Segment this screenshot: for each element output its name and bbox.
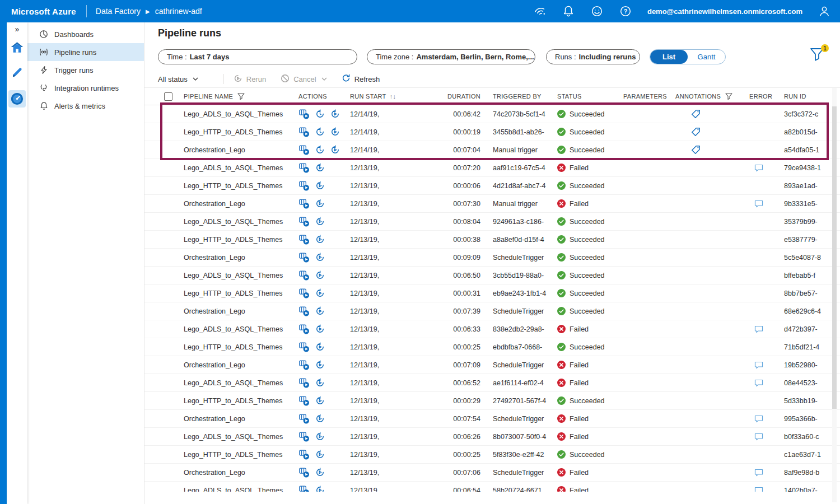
table-row[interactable]: Lego_ADLS_to_ASQL_Themes 12/13/19, 00:06… bbox=[144, 482, 840, 492]
view-activity-runs-icon[interactable] bbox=[298, 342, 310, 352]
table-row[interactable]: Lego_ADLS_to_ASQL_Themes 12/14/19, 00:06… bbox=[144, 105, 840, 123]
error-message-icon[interactable] bbox=[754, 433, 763, 441]
view-activity-runs-icon[interactable] bbox=[298, 217, 310, 227]
rerun-icon[interactable] bbox=[330, 109, 340, 119]
table-row[interactable]: Orchestration_Lego 12/13/19, 00:07:39 Sc… bbox=[144, 302, 840, 320]
rail-home-icon[interactable] bbox=[8, 39, 26, 56]
table-row[interactable]: Lego_HTTP_to_ADLS_Themes 12/13/19, 00:00… bbox=[144, 231, 840, 249]
rerun-icon[interactable] bbox=[315, 306, 325, 316]
pipeline-name-cell[interactable]: Orchestration_Lego bbox=[184, 361, 245, 369]
rerun-icon[interactable] bbox=[315, 288, 325, 298]
breadcrumb-app[interactable]: Data Factory bbox=[96, 7, 141, 16]
rerun-icon[interactable] bbox=[315, 378, 325, 388]
view-activity-runs-icon[interactable] bbox=[298, 270, 310, 281]
error-message-icon[interactable] bbox=[754, 200, 763, 208]
table-row[interactable]: Lego_ADLS_to_ASQL_Themes 12/13/19, 00:07… bbox=[144, 159, 840, 177]
rerun-from-activity-icon[interactable] bbox=[315, 145, 325, 155]
rerun-icon[interactable] bbox=[315, 199, 325, 208]
table-row[interactable]: Lego_HTTP_to_ADLS_Themes 12/13/19, 00:00… bbox=[144, 446, 840, 464]
table-row[interactable]: Lego_HTTP_to_ADLS_Themes 12/13/19, 00:00… bbox=[144, 338, 840, 356]
table-row[interactable]: Lego_HTTP_to_ADLS_Themes 12/13/19, 00:00… bbox=[144, 284, 840, 302]
pipeline-name-cell[interactable]: Lego_HTTP_to_ADLS_Themes bbox=[184, 343, 282, 351]
pipeline-name-cell[interactable]: Lego_ADLS_to_ASQL_Themes bbox=[184, 164, 283, 172]
filter-funnel-icon[interactable]: 1 bbox=[810, 47, 827, 65]
pipeline-name-cell[interactable]: Orchestration_Lego bbox=[184, 146, 245, 154]
pipeline-name-cell[interactable]: Orchestration_Lego bbox=[184, 469, 245, 477]
table-row[interactable]: Lego_HTTP_to_ADLS_Themes 12/13/19, 00:00… bbox=[144, 392, 840, 410]
pipeline-name-cell[interactable]: Lego_ADLS_to_ASQL_Themes bbox=[184, 487, 283, 492]
rerun-icon[interactable] bbox=[315, 468, 325, 477]
table-row[interactable]: Orchestration_Lego 12/13/19, 00:07:09 Sc… bbox=[144, 356, 840, 374]
view-activity-runs-icon[interactable] bbox=[298, 486, 310, 492]
pipeline-name-cell[interactable]: Lego_HTTP_to_ADLS_Themes bbox=[184, 290, 282, 297]
account-person-icon[interactable] bbox=[818, 4, 831, 18]
notifications-bell-icon[interactable] bbox=[562, 4, 575, 18]
view-activity-runs-icon[interactable] bbox=[298, 468, 310, 478]
pipeline-name-cell[interactable]: Lego_HTTP_to_ADLS_Themes bbox=[184, 397, 282, 405]
view-activity-runs-icon[interactable] bbox=[298, 163, 310, 173]
runs-filter-pill[interactable]: Runs :Including reruns bbox=[546, 49, 640, 64]
pipeline-name-cell[interactable]: Lego_HTTP_to_ADLS_Themes bbox=[184, 451, 282, 459]
view-activity-runs-icon[interactable] bbox=[298, 432, 310, 442]
pipeline-name-cell[interactable]: Lego_ADLS_to_ASQL_Themes bbox=[184, 325, 283, 333]
table-row[interactable]: Lego_ADLS_to_ASQL_Themes 12/13/19, 00:06… bbox=[144, 428, 840, 446]
pipeline-name-cell[interactable]: Lego_ADLS_to_ASQL_Themes bbox=[184, 379, 283, 387]
table-row[interactable]: Orchestration_Lego 12/14/19, 00:07:04 Ma… bbox=[144, 141, 840, 159]
expand-rail-chevrons-icon[interactable]: » bbox=[7, 25, 27, 34]
error-message-icon[interactable] bbox=[754, 415, 763, 423]
rerun-button[interactable]: Rerun bbox=[234, 74, 266, 85]
rail-author-pencil-icon[interactable] bbox=[8, 64, 26, 81]
view-activity-runs-icon[interactable] bbox=[298, 378, 310, 388]
rerun-icon[interactable] bbox=[330, 127, 340, 137]
view-activity-runs-icon[interactable] bbox=[298, 199, 310, 209]
sort-arrows-icon[interactable]: ↑↓ bbox=[390, 93, 396, 100]
view-activity-runs-icon[interactable] bbox=[298, 414, 310, 424]
timezone-filter-pill[interactable]: Time zone :Amsterdam, Berlin, Bern, Rome… bbox=[367, 49, 535, 64]
toggle-list[interactable]: List bbox=[650, 50, 688, 64]
table-row[interactable]: Lego_HTTP_to_ADLS_Themes 12/14/19, 00:00… bbox=[144, 123, 840, 141]
status-dropdown[interactable]: All status bbox=[158, 75, 198, 83]
pipeline-name-cell[interactable]: Orchestration_Lego bbox=[184, 415, 245, 423]
rerun-icon[interactable] bbox=[315, 163, 325, 172]
table-row[interactable]: Lego_ADLS_to_ASQL_Themes 12/13/19, 00:06… bbox=[144, 267, 840, 284]
refresh-button[interactable]: Refresh bbox=[342, 74, 380, 85]
pipeline-name-cell[interactable]: Orchestration_Lego bbox=[184, 254, 245, 262]
account-email[interactable]: demo@cathrinewilhelmsen.onmicrosoft.com bbox=[647, 7, 802, 16]
pipeline-name-cell[interactable]: Lego_ADLS_to_ASQL_Themes bbox=[184, 272, 283, 279]
table-row[interactable]: Orchestration_Lego 12/13/19, 00:07:54 Sc… bbox=[144, 410, 840, 428]
rerun-icon[interactable] bbox=[315, 486, 325, 492]
pipeline-name-cell[interactable]: Lego_HTTP_to_ADLS_Themes bbox=[184, 236, 282, 244]
sidebar-item-alerts-metrics[interactable]: Alerts & metrics bbox=[27, 97, 144, 115]
view-activity-runs-icon[interactable] bbox=[298, 109, 310, 119]
error-message-icon[interactable] bbox=[754, 469, 763, 477]
rerun-icon[interactable] bbox=[315, 450, 325, 459]
table-row[interactable]: Lego_ADLS_to_ASQL_Themes 12/13/19, 00:06… bbox=[144, 320, 840, 338]
rerun-from-activity-icon[interactable] bbox=[315, 127, 325, 137]
select-all-checkbox[interactable] bbox=[164, 92, 172, 101]
table-row[interactable]: Orchestration_Lego 12/13/19, 00:09:09 Sc… bbox=[144, 249, 840, 267]
table-row[interactable]: Orchestration_Lego 12/13/19, 00:07:06 Sc… bbox=[144, 464, 840, 482]
rerun-icon[interactable] bbox=[315, 432, 325, 441]
annotations-filter-funnel-icon[interactable] bbox=[725, 93, 732, 100]
view-activity-runs-icon[interactable] bbox=[298, 324, 310, 334]
error-message-icon[interactable] bbox=[754, 361, 763, 369]
rerun-icon[interactable] bbox=[315, 414, 325, 423]
signal-icon[interactable] bbox=[531, 3, 548, 20]
rerun-icon[interactable] bbox=[315, 253, 325, 262]
sidebar-item-trigger-runs[interactable]: Trigger runs bbox=[27, 61, 144, 79]
view-activity-runs-icon[interactable] bbox=[298, 127, 310, 137]
table-row[interactable]: Orchestration_Lego 12/13/19, 00:07:30 Ma… bbox=[144, 195, 840, 213]
rail-monitor-gauge-icon[interactable] bbox=[8, 90, 26, 108]
vertical-scrollbar-thumb[interactable] bbox=[832, 106, 837, 409]
view-activity-runs-icon[interactable] bbox=[298, 360, 310, 370]
rerun-icon[interactable] bbox=[315, 396, 325, 405]
breadcrumb-resource[interactable]: cathrinew-adf bbox=[155, 7, 202, 16]
table-row[interactable]: Lego_ADLS_to_ASQL_Themes 12/13/19, 00:06… bbox=[144, 374, 840, 392]
feedback-smiley-icon[interactable] bbox=[590, 4, 604, 18]
rerun-icon[interactable] bbox=[315, 342, 325, 352]
rerun-icon[interactable] bbox=[330, 145, 340, 155]
rerun-icon[interactable] bbox=[315, 181, 325, 190]
pipeline-name-cell[interactable]: Lego_ADLS_to_ASQL_Themes bbox=[184, 110, 283, 118]
pipeline-name-cell[interactable]: Orchestration_Lego bbox=[184, 307, 245, 315]
rerun-icon[interactable] bbox=[315, 360, 325, 370]
